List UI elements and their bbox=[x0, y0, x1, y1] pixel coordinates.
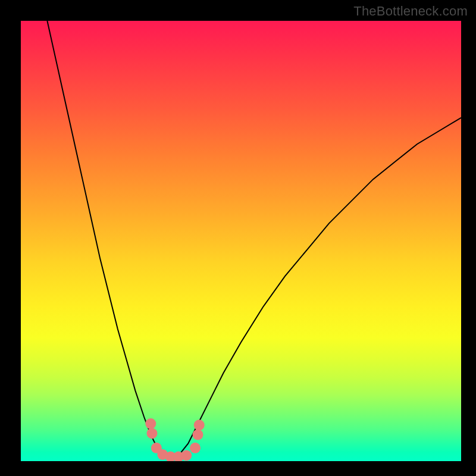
curve-right bbox=[171, 118, 461, 459]
curve-right-path bbox=[171, 118, 461, 459]
marker-dot bbox=[181, 450, 192, 461]
marker-dot bbox=[145, 418, 156, 429]
marker-dot bbox=[194, 419, 205, 430]
marker-dot bbox=[190, 443, 201, 453]
marker-dot bbox=[193, 430, 203, 440]
curve-left-path bbox=[47, 21, 170, 459]
chart-frame: TheBottleneck.com bbox=[0, 0, 476, 476]
marker-dot bbox=[147, 428, 158, 439]
marker-cluster bbox=[145, 418, 204, 461]
curves-layer bbox=[21, 21, 461, 461]
curve-left bbox=[47, 21, 170, 459]
plot-area bbox=[21, 21, 461, 461]
watermark-text: TheBottleneck.com bbox=[353, 4, 468, 19]
